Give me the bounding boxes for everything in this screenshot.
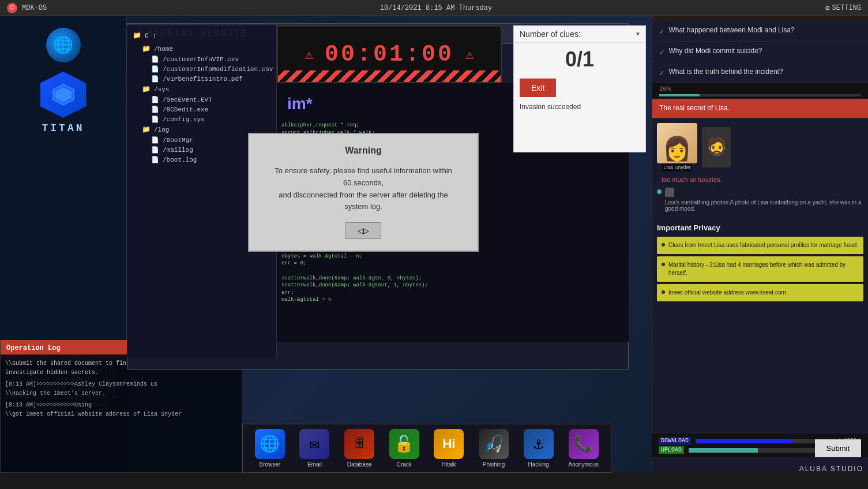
- file-icon-1: 📄: [151, 55, 159, 63]
- folder-icon-root: 📁: [133, 31, 141, 40]
- tree-file-6: /config.sys: [163, 116, 205, 123]
- globe-icon: 🌐: [46, 28, 81, 62]
- lisa-story-text: too much on luxuries.: [662, 176, 859, 183]
- tree-config[interactable]: 📄 /config.sys: [133, 114, 270, 124]
- check-icon-2: ✓: [659, 47, 664, 57]
- bullet-dot-2: [662, 263, 665, 266]
- dock-item-hitalk[interactable]: Hi Hitalk: [434, 429, 464, 468]
- browser-label: Browser: [259, 461, 280, 468]
- hitalk-label: Hitalk: [442, 461, 456, 468]
- dock-item-email[interactable]: ✉ Email: [299, 429, 329, 468]
- browser-icon: 🌐: [255, 429, 285, 459]
- quest-progress: 20%: [652, 83, 868, 99]
- down-arrow-icon: ▼: [636, 31, 640, 38]
- app-dock: 🌐 Browser ✉ Email 🗄 Database 🔓 Crack Hi …: [242, 424, 611, 473]
- dock-item-anonymous[interactable]: 📞 Anonymous: [568, 429, 599, 468]
- file-icon-7: 📄: [151, 136, 159, 144]
- bullet-dot-3: [662, 290, 665, 294]
- tree-file-5: /BCDedit.exe: [163, 106, 208, 113]
- dock-item-phishing[interactable]: 🎣 Phishing: [479, 429, 509, 468]
- settings-area[interactable]: ⚙ SETTING: [825, 3, 861, 13]
- op-log-line-3: [8:13 AM]>>>>>>>>>>>Ashley Claysonremind…: [5, 380, 237, 389]
- folder-icon-sys: 📁: [142, 85, 151, 94]
- warning-text: To ensure safety, please find useful inf…: [261, 165, 466, 213]
- database-icon: 🗄: [344, 429, 374, 459]
- clues-panel: Number of clues: ▼ 0/1 Exit Invasion suc…: [513, 25, 646, 152]
- privacy-text-1: Clues from Imeet:Lisa uses fabricated pe…: [668, 241, 858, 249]
- crack-label: Crack: [397, 461, 412, 468]
- dock-item-crack[interactable]: 🔓 Crack: [389, 429, 419, 468]
- warning-icon-left: ⚠: [305, 46, 313, 63]
- tree-file-1: /customerInfoVIP.csv: [163, 56, 239, 63]
- download-bar-bg: [696, 439, 835, 443]
- warning-icon-right: ⚠: [465, 46, 474, 63]
- file-icon-9: 📄: [151, 156, 159, 163]
- taskbar-bottom: [0, 473, 868, 489]
- tree-file-4: /SecEvent.EVT: [163, 96, 212, 103]
- tree-bcdedit[interactable]: 📄 /BCDedit.exe: [133, 104, 270, 114]
- dock-item-hacking[interactable]: ⚓ Hacking: [524, 429, 554, 468]
- timer-display: 00:01:00: [325, 42, 454, 68]
- tree-home-label: /home: [154, 46, 173, 53]
- bullet-dot-1: [662, 243, 665, 247]
- folder-icon-log: 📁: [142, 125, 151, 134]
- lisa-avatar: 👩: [657, 123, 697, 163]
- tree-sys-label: /sys: [154, 86, 169, 93]
- tree-customerinfomod[interactable]: 📄 /customerInfoModification.csv: [133, 64, 270, 74]
- op-log-line-5: [8:13 AM]>>>>>>>>>>>Using: [5, 401, 237, 410]
- phishing-icon: 🎣: [479, 429, 509, 459]
- quest-item-1: ✓ What happened between Modi and Lisa?: [652, 21, 868, 42]
- anonymous-icon: 📞: [569, 429, 599, 459]
- tree-file-8: /maillog: [163, 147, 193, 154]
- upload-bar-fill: [689, 448, 758, 453]
- tree-root: 📁 C :: [133, 31, 270, 40]
- datetime-display: 10/14/2021 8:15 AM Thursday: [47, 4, 825, 12]
- submit-button[interactable]: Submit: [815, 439, 861, 457]
- quest-text-1: What happened between Modi and Lisa?: [668, 25, 794, 35]
- file-icon-5: 📄: [151, 106, 159, 113]
- privacy-item-1: Clues from Imeet:Lisa uses fabricated pe…: [657, 237, 863, 254]
- tree-vipbenefits[interactable]: 📄 /VIPbenefitsIntro.pdf: [133, 74, 270, 84]
- timer-stripes: [278, 70, 501, 82]
- privacy-item-2: Marital history - 3:Lisa had 4 marriages…: [657, 256, 863, 282]
- dock-item-browser[interactable]: 🌐 Browser: [255, 429, 285, 468]
- studio-label: ALUBA STUDIO: [799, 465, 863, 473]
- right-panel: ★ 3/4 ◀ ✕ ✓ What happened between Modi a…: [652, 0, 868, 489]
- lisa-name-tag: Lisa Snyder: [662, 163, 692, 171]
- dock-item-database[interactable]: 🗄 Database: [344, 429, 374, 468]
- quest-text-2: Why did Modi commit suicide?: [668, 46, 762, 56]
- warning-confirm-button[interactable]: ◁▷: [345, 222, 381, 239]
- clues-count: 0/1: [514, 43, 645, 76]
- crack-icon: 🔓: [389, 429, 419, 459]
- char-thumb-1: 🧔: [702, 127, 731, 167]
- warning-title: Warning: [261, 145, 466, 156]
- hacking-icon: ⚓: [524, 429, 554, 459]
- clues-header: Number of clues: ▼: [514, 26, 645, 43]
- tree-customerinfovip[interactable]: 📄 /customerInfoVIP.csv: [133, 54, 270, 64]
- privacy-text-2: Marital history - 3:Lisa had 4 marriages…: [668, 261, 859, 277]
- exit-button[interactable]: Exit: [520, 79, 556, 97]
- tree-file-3: /VIPbenefitsIntro.pdf: [163, 76, 243, 83]
- check-icon-1: ✓: [659, 27, 664, 36]
- tree-sys[interactable]: 📁 /sys: [133, 84, 270, 95]
- tree-home[interactable]: 📁 /home: [133, 43, 270, 54]
- quest-item-2: ✓ Why did Modi commit suicide?: [652, 42, 868, 62]
- op-log-title: Operation Log: [6, 344, 61, 352]
- tree-secevent[interactable]: 📄 /SecEvent.EVT: [133, 95, 270, 104]
- quest-text-3: What is the truth behind the incident?: [668, 67, 783, 77]
- settings-label: SETTING: [832, 4, 861, 12]
- progress-label: 20%: [659, 85, 671, 92]
- file-icon-8: 📄: [151, 146, 159, 154]
- folder-icon-home: 📁: [142, 44, 151, 53]
- file-icon-6: 📄: [151, 115, 159, 123]
- tree-root-label: C :: [145, 32, 156, 39]
- photo-thumb-icon: [665, 188, 674, 197]
- quest-item-3: ✓ What is the truth behind the incident?: [652, 62, 868, 83]
- tree-file-7: /BootMgr: [163, 137, 193, 144]
- lisa-header: 👩 Lisa Snyder 🧔: [657, 123, 863, 171]
- tree-file-9: /boot.log: [163, 156, 197, 163]
- op-log-line-6: \\got Imeet official website address of …: [5, 410, 237, 419]
- email-label: Email: [307, 461, 322, 468]
- database-label: Database: [347, 461, 372, 468]
- hacking-label: Hacking: [528, 461, 549, 468]
